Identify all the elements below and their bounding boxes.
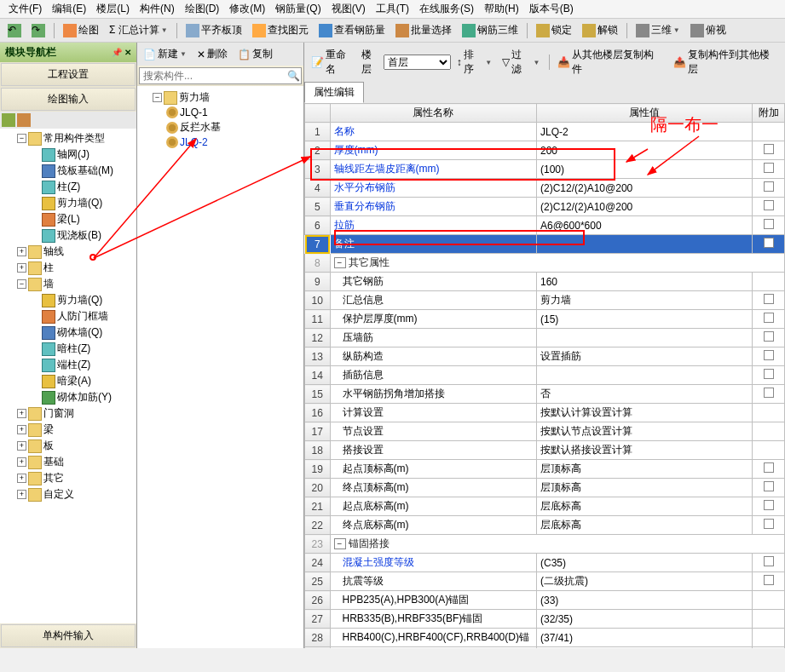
prop-value[interactable]: (2)C12/(2)A10@200 xyxy=(537,198,753,216)
search-icon[interactable]: 🔍 xyxy=(286,70,301,82)
nav-tree[interactable]: −常用构件类型轴网(J)筏板基础(M)柱(Z)剪力墙(Q)梁(L)现浇板(B)+… xyxy=(0,129,136,623)
property-row[interactable]: 11 保护层厚度(mm)(15) xyxy=(305,310,785,329)
nav-item[interactable]: 柱(Z) xyxy=(2,179,135,195)
property-row[interactable]: 1名称JLQ-2 xyxy=(305,123,785,141)
property-row[interactable]: 18 搭接设置按默认搭接设置计算 xyxy=(305,441,785,460)
prop-value[interactable]: A6@600*600 xyxy=(537,216,753,235)
nav-item[interactable]: −墙 xyxy=(2,276,135,292)
checkbox[interactable] xyxy=(764,369,774,379)
tb-unlock[interactable]: 解锁 xyxy=(578,20,622,40)
nav-item[interactable]: 剪力墙(Q) xyxy=(2,292,135,308)
component-item[interactable]: −剪力墙 xyxy=(141,89,300,106)
menu-online[interactable]: 在线服务(S) xyxy=(414,0,479,18)
property-row[interactable]: 15 水平钢筋拐角增加搭接否 xyxy=(305,385,785,404)
nav-item[interactable]: 人防门框墙 xyxy=(2,308,135,325)
btn-copy-to[interactable]: 📤复制构件到其他楼层 xyxy=(669,45,782,79)
expander-icon[interactable]: + xyxy=(17,441,26,451)
expander-icon[interactable]: + xyxy=(17,263,26,273)
expander-icon[interactable]: + xyxy=(17,474,26,483)
checkbox[interactable] xyxy=(764,575,774,585)
expander-icon[interactable]: + xyxy=(17,425,26,434)
tb-3d[interactable]: 三维▼ xyxy=(632,20,684,40)
pin-icon[interactable]: 📌 ✕ xyxy=(112,48,131,57)
search-box[interactable]: 🔍 xyxy=(139,67,302,84)
nav-item[interactable]: +板 xyxy=(2,438,135,454)
prop-value[interactable]: 按默认搭接设置计算 xyxy=(537,441,753,460)
prop-value[interactable]: 层顶标高 xyxy=(537,479,753,497)
prop-value[interactable] xyxy=(537,235,753,254)
property-row[interactable]: 20 终点顶标高(m)层顶标高 xyxy=(305,479,785,497)
checkbox[interactable] xyxy=(764,388,774,398)
menu-draw[interactable]: 绘图(D) xyxy=(180,0,225,18)
checkbox[interactable] xyxy=(764,500,774,510)
property-row[interactable]: 24 混凝土强度等级(C35) xyxy=(305,554,785,572)
checkbox[interactable] xyxy=(764,163,774,173)
prop-value[interactable]: 设置插筋 xyxy=(537,347,753,366)
property-table[interactable]: 属性名称 属性值 附加 1名称JLQ-22厚度(mm)2003轴线距左墙皮距离(… xyxy=(304,103,785,648)
property-row[interactable]: 16 计算设置按默认计算设置计算 xyxy=(305,404,785,422)
property-row[interactable]: 19 起点顶标高(m)层顶标高 xyxy=(305,460,785,479)
tb-top-view[interactable]: 俯视 xyxy=(686,20,730,40)
property-row[interactable]: 23−锚固搭接 xyxy=(305,535,785,554)
btn-copy[interactable]: 📋复制 xyxy=(234,44,277,64)
property-row[interactable]: 6拉筋A6@600*600 xyxy=(305,216,785,235)
property-row[interactable]: 21 起点底标高(m)层底标高 xyxy=(305,497,785,516)
checkbox[interactable] xyxy=(764,181,774,192)
group-expander[interactable]: − xyxy=(334,538,346,549)
expander-icon[interactable]: + xyxy=(17,457,26,467)
checkbox[interactable] xyxy=(764,238,774,248)
prop-value[interactable]: (100) xyxy=(537,160,753,179)
btn-rename[interactable]: 📝重命名 xyxy=(307,45,360,79)
property-row[interactable]: 26 HPB235(A),HPB300(A)锚固(33) xyxy=(305,591,785,610)
property-row[interactable]: 29 HRB500(E),HRBF500(EF)锚固(45/50) xyxy=(305,647,785,649)
property-row[interactable]: 2厚度(mm)200 xyxy=(305,141,785,160)
component-tree[interactable]: −剪力墙JLQ-1反拦水基JLQ-2 xyxy=(137,86,303,648)
property-row[interactable]: 28 HRB400(C),HRBF400(CF),RRB400(D)锚(37/4… xyxy=(305,629,785,647)
prop-value[interactable]: 否 xyxy=(537,385,753,404)
property-row[interactable]: 27 HRB335(B),HRBF335(BF)锚固(32/35) xyxy=(305,610,785,629)
btn-delete[interactable]: ✕ 删除 xyxy=(193,44,232,64)
property-row[interactable]: 14 插筋信息 xyxy=(305,366,785,385)
checkbox[interactable] xyxy=(764,219,774,229)
tb-find[interactable]: 查找图元 xyxy=(248,20,313,40)
menu-modify[interactable]: 修改(M) xyxy=(224,0,270,18)
tb-rebar-3d[interactable]: 钢筋三维 xyxy=(458,20,522,40)
prop-value[interactable]: 按默认节点设置计算 xyxy=(537,422,753,441)
menu-help[interactable]: 帮助(H) xyxy=(479,0,524,18)
nav-item[interactable]: +其它 xyxy=(2,470,135,486)
menu-rebar[interactable]: 钢筋量(Q) xyxy=(270,0,326,18)
group-expander[interactable]: − xyxy=(334,257,346,268)
tb-undo[interactable]: ↶ xyxy=(3,21,26,40)
property-row[interactable]: 7备注 xyxy=(305,235,785,254)
tb-draw[interactable]: 绘图 xyxy=(59,20,103,40)
expander-icon[interactable]: + xyxy=(17,409,26,418)
menu-file[interactable]: 文件(F) xyxy=(3,0,47,18)
prop-value[interactable] xyxy=(537,329,753,347)
expander-icon[interactable]: + xyxy=(17,247,26,256)
prop-value[interactable]: (15) xyxy=(537,310,753,329)
floor-select[interactable]: 首层 xyxy=(384,55,451,70)
btn-sort[interactable]: ↕排序▼ xyxy=(453,45,496,79)
nav-tool-1[interactable] xyxy=(2,113,15,127)
property-row[interactable]: 12 压墙筋 xyxy=(305,329,785,347)
nav-tool-2[interactable] xyxy=(17,113,31,127)
tb-batch-select[interactable]: 批量选择 xyxy=(391,20,456,40)
property-row[interactable]: 25 抗震等级(二级抗震) xyxy=(305,572,785,591)
nav-item[interactable]: +自定义 xyxy=(2,486,135,503)
nav-item[interactable]: 暗柱(Z) xyxy=(2,341,135,357)
prop-value[interactable]: JLQ-2 xyxy=(537,123,753,141)
nav-item[interactable]: 剪力墙(Q) xyxy=(2,195,135,211)
checkbox[interactable] xyxy=(764,200,774,210)
tb-redo[interactable]: ↷ xyxy=(27,21,49,40)
nav-bar-draw[interactable]: 绘图输入 xyxy=(1,88,136,111)
checkbox[interactable] xyxy=(764,350,774,360)
checkbox[interactable] xyxy=(764,294,774,304)
nav-item[interactable]: +梁 xyxy=(2,422,135,438)
checkbox[interactable] xyxy=(764,144,774,154)
property-row[interactable]: 8−其它属性 xyxy=(305,254,785,273)
tb-view-rebar[interactable]: 查看钢筋量 xyxy=(315,20,390,40)
menu-version[interactable]: 版本号(B) xyxy=(524,0,579,18)
prop-value[interactable]: (33) xyxy=(537,591,753,610)
prop-value[interactable] xyxy=(537,366,753,385)
menu-view[interactable]: 视图(V) xyxy=(326,0,371,18)
